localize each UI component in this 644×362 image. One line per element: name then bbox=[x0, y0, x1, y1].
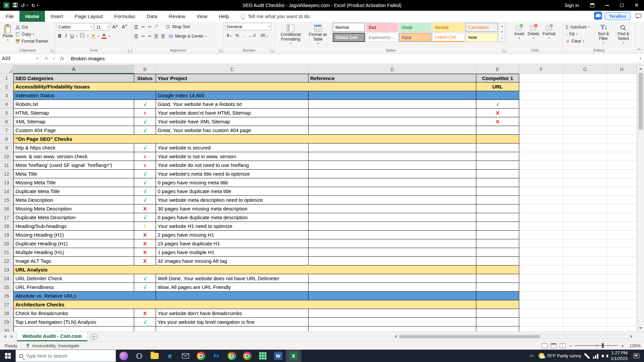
edge-button[interactable]: e bbox=[162, 350, 178, 362]
cell-G8[interactable] bbox=[564, 135, 607, 143]
task-view-button[interactable] bbox=[131, 350, 147, 362]
cell-C12[interactable]: Your website's meta title need to optimi… bbox=[156, 170, 309, 178]
cell-E23[interactable] bbox=[476, 265, 519, 274]
row-header-25[interactable]: 25 bbox=[0, 283, 13, 292]
column-header-A[interactable]: A bbox=[13, 65, 134, 74]
cell-A25[interactable]: URL Friendliness bbox=[13, 283, 134, 292]
row-header-13[interactable]: 13 bbox=[0, 178, 13, 187]
cell-C1[interactable]: Your Project bbox=[156, 74, 309, 82]
comments-icon[interactable] bbox=[635, 13, 641, 20]
row-header-18[interactable]: 18 bbox=[0, 222, 13, 231]
cell-G10[interactable] bbox=[564, 152, 607, 161]
cell-D19[interactable] bbox=[309, 231, 476, 239]
search-input[interactable] bbox=[26, 353, 103, 359]
formula-input[interactable]: Broken Images bbox=[68, 54, 637, 63]
cell-E4[interactable]: √ bbox=[476, 100, 519, 109]
number-dialog-launcher-icon[interactable] bbox=[270, 49, 273, 52]
tray-network-icon[interactable] bbox=[593, 353, 598, 359]
cell-D24[interactable] bbox=[309, 274, 476, 283]
cell-A7[interactable]: Custom 404 Page bbox=[13, 126, 134, 135]
page-break-view-icon[interactable] bbox=[560, 343, 566, 348]
fill-color-icon[interactable] bbox=[90, 34, 97, 39]
cell-H3[interactable] bbox=[607, 91, 637, 100]
row-header-7[interactable]: 7 bbox=[0, 126, 13, 135]
tell-me-box[interactable]: Tell me what you want to do bbox=[241, 11, 310, 22]
number-format-select[interactable]: General▾ bbox=[225, 23, 271, 30]
cell-A20[interactable]: Duplicate Heading (H1) bbox=[13, 239, 134, 248]
align-right-icon[interactable] bbox=[147, 34, 152, 39]
cell-C7[interactable]: Great, Your website has custom 404 page bbox=[156, 126, 309, 135]
cell-D25[interactable] bbox=[309, 283, 476, 292]
cell-H28[interactable] bbox=[607, 309, 637, 318]
cell-B14[interactable]: √ bbox=[134, 187, 156, 196]
cell-A24[interactable]: URL Delimiter Check bbox=[13, 274, 134, 283]
cell-D7[interactable] bbox=[309, 126, 476, 135]
row-header-1[interactable]: 1 bbox=[0, 74, 13, 82]
column-header-D[interactable]: D bbox=[309, 65, 476, 74]
cell-F17[interactable] bbox=[519, 213, 564, 222]
cell-A17[interactable]: Duplicate Meta Description bbox=[13, 213, 134, 222]
find-select-button[interactable]: Find & Select ▾ bbox=[613, 23, 633, 45]
decrease-font-icon[interactable]: A▼ bbox=[120, 24, 129, 29]
cell-A21[interactable]: Multiple Heading (H1) bbox=[13, 248, 134, 257]
cell-D11[interactable] bbox=[309, 161, 476, 170]
bold-button[interactable]: B bbox=[57, 33, 63, 39]
cell-H5[interactable] bbox=[607, 109, 637, 117]
scroll-left-icon[interactable] bbox=[392, 334, 398, 340]
increase-indent-icon[interactable] bbox=[161, 34, 165, 39]
font-size-select[interactable]: 11▾ bbox=[95, 23, 110, 31]
new-sheet-icon[interactable]: + bbox=[91, 334, 97, 340]
increase-decimal-icon[interactable]: ←.0 bbox=[247, 33, 257, 38]
page-layout-view-icon[interactable] bbox=[551, 343, 556, 348]
cell-H9[interactable] bbox=[607, 143, 637, 152]
cell-C17[interactable]: 0 pages have duplicate meta description bbox=[156, 213, 309, 222]
cell-style-neutral[interactable]: Neutral bbox=[432, 23, 465, 32]
cell-G21[interactable] bbox=[564, 248, 607, 257]
cell-A16[interactable]: Missing Meta Description bbox=[13, 204, 134, 213]
cell-C19[interactable]: 2 pages have missing H1 bbox=[156, 231, 309, 239]
cell-F10[interactable] bbox=[519, 152, 564, 161]
cell-G28[interactable] bbox=[564, 309, 607, 318]
cell-E3[interactable] bbox=[476, 91, 519, 100]
row-header-6[interactable]: 6 bbox=[0, 117, 13, 126]
cell-style-linked[interactable]: Linked Cell bbox=[432, 33, 465, 42]
cell-F13[interactable] bbox=[519, 178, 564, 187]
accounting-format-icon[interactable]: $ ▾ bbox=[225, 33, 233, 38]
cell-A26[interactable]: Absolute vs. Relative URLs bbox=[13, 292, 156, 300]
row-header-14[interactable]: 14 bbox=[0, 187, 13, 196]
scroll-right-icon[interactable] bbox=[629, 334, 635, 340]
cell-D9[interactable] bbox=[309, 143, 476, 152]
cell-A12[interactable]: Meta Title bbox=[13, 170, 134, 178]
previous-sheet-icon[interactable] bbox=[4, 335, 6, 338]
cell-G25[interactable] bbox=[564, 283, 607, 292]
percent-format-icon[interactable]: % bbox=[234, 33, 241, 38]
cell-G24[interactable] bbox=[564, 274, 607, 283]
zoom-slider[interactable] bbox=[575, 345, 618, 346]
cell-D16[interactable] bbox=[309, 204, 476, 213]
increase-font-icon[interactable]: A▲ bbox=[111, 24, 119, 29]
ribbon-tab-data[interactable]: Data bbox=[141, 11, 163, 22]
cell-F8[interactable] bbox=[519, 135, 564, 143]
cell-H17[interactable] bbox=[607, 213, 637, 222]
column-header-C[interactable]: C bbox=[156, 65, 309, 74]
conditional-formatting-button[interactable]: Conditional Formatting ▾ bbox=[276, 23, 305, 46]
autosum-button[interactable]: Σ AutoSum ▾ bbox=[565, 23, 594, 31]
cell-H11[interactable] bbox=[607, 161, 637, 170]
accessibility-status[interactable]: Accessibility: Investigate bbox=[22, 343, 83, 348]
cell-C9[interactable]: Your website is secured bbox=[156, 143, 309, 152]
cell-B30[interactable] bbox=[134, 326, 156, 331]
cell-D30[interactable] bbox=[309, 326, 476, 331]
cell-D13[interactable] bbox=[309, 178, 476, 187]
cell-C14[interactable]: 0 pages have duplicate meta title bbox=[156, 187, 309, 196]
column-header-E[interactable]: E bbox=[476, 65, 519, 74]
enter-formula-icon[interactable]: ✓ bbox=[52, 56, 56, 61]
cell-B16[interactable]: X bbox=[134, 204, 156, 213]
cell-E18[interactable] bbox=[476, 222, 519, 231]
cell-A1[interactable]: SEO Categories bbox=[13, 74, 134, 82]
cell-D4[interactable] bbox=[309, 100, 476, 109]
cell-D26[interactable] bbox=[309, 292, 476, 300]
cell-G26[interactable] bbox=[564, 292, 607, 300]
row-header-5[interactable]: 5 bbox=[0, 109, 13, 117]
cell-D20[interactable] bbox=[309, 239, 476, 248]
clock[interactable]: 1:27 PM 1/1/2023 bbox=[610, 350, 628, 361]
